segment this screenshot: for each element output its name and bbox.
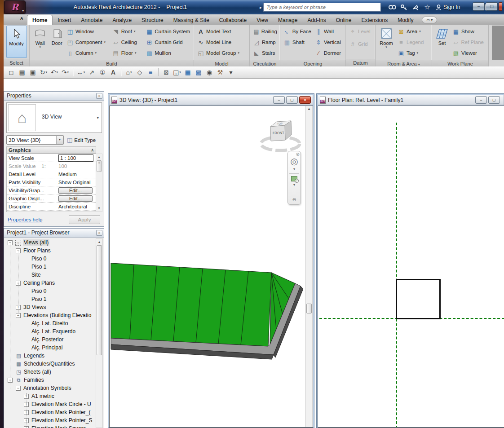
ribbon-display-toggle[interactable]: ▭ ▾: [422, 17, 437, 23]
text-icon[interactable]: A: [108, 67, 118, 77]
tree-item-piso0[interactable]: Piso 0: [5, 255, 95, 263]
modify-button[interactable]: Modify: [6, 26, 27, 58]
search-binoculars-icon[interactable]: [387, 2, 397, 12]
tab-extensions[interactable]: Extensions: [356, 15, 393, 25]
opening-wall-button[interactable]: ∥Wall: [314, 26, 342, 37]
navbar-collapse-icon[interactable]: ⊖: [292, 197, 296, 203]
favorites-star-icon[interactable]: ☆: [422, 2, 432, 12]
view3d-title-bar[interactable]: RVT 3D View: {3D} - Project1 – ▢ ×: [109, 95, 313, 105]
aligned-dimension-icon[interactable]: ↗: [87, 67, 97, 77]
minimize-button[interactable]: –: [473, 2, 485, 11]
tree-item-ceiling-plans[interactable]: −Ceiling Plans: [5, 279, 95, 287]
properties-help-link[interactable]: Properties help: [8, 217, 42, 222]
mullion-button[interactable]: ▥Mullion: [145, 48, 192, 58]
new-icon[interactable]: ◻: [6, 67, 16, 77]
properties-close-icon[interactable]: ×: [96, 93, 102, 99]
communication-center-icon[interactable]: [411, 2, 420, 12]
search-expand-icon[interactable]: ▸: [260, 5, 262, 10]
close-button[interactable]: [499, 2, 502, 11]
floor-button[interactable]: ▤Floor▾: [111, 48, 144, 58]
tree-item-site[interactable]: Site: [5, 271, 95, 279]
redo-icon[interactable]: ↷▾: [60, 67, 70, 77]
synchronize-icon[interactable]: ↻▾: [39, 67, 49, 77]
view3d-close-button[interactable]: ×: [299, 96, 311, 104]
view3d-canvas[interactable]: TOP FRONT ⊗ ◎ ▾ ▾ ⊖ ▲: [109, 106, 313, 428]
viewer-button[interactable]: ▧Viewer: [451, 48, 485, 58]
maximize-button[interactable]: ▢: [486, 2, 498, 11]
open-icon[interactable]: ▤: [17, 67, 27, 77]
default-3d-view-icon[interactable]: ⌂▾: [124, 67, 134, 77]
view3d-maximize-button[interactable]: ▢: [286, 96, 298, 104]
scrollbar-thumb[interactable]: [97, 245, 102, 355]
help-search-input[interactable]: [263, 3, 381, 12]
properties-scrollbar[interactable]: ▲ ≡ ▼: [96, 154, 102, 212]
column-button[interactable]: ▯Column▾: [65, 48, 110, 58]
scroll-up-icon[interactable]: ▲: [305, 106, 313, 113]
thin-lines-icon[interactable]: ≡: [146, 67, 155, 77]
view-instance-combo[interactable]: 3D View: {3D} ▾: [6, 135, 64, 145]
tab-modify[interactable]: Modify: [393, 15, 418, 25]
component-button[interactable]: ◰Component▾: [65, 37, 110, 48]
view3d-minimize-button[interactable]: –: [273, 96, 285, 104]
combo-caret-icon[interactable]: ▾: [56, 136, 63, 144]
stairs-button[interactable]: ◣Stairs: [252, 48, 279, 58]
scroll-down-icon[interactable]: ▼: [96, 205, 102, 212]
window-button[interactable]: ◫Window: [65, 26, 110, 37]
tab-analyze[interactable]: Analyze: [107, 15, 137, 25]
roof-button[interactable]: ◥Roof▾: [111, 26, 144, 37]
area-button[interactable]: ⊠Area▾: [396, 26, 429, 37]
subscription-key-icon[interactable]: [399, 2, 409, 12]
tree-item-elev-mark-circle[interactable]: +Elevation Mark Circle - U: [5, 400, 95, 408]
visibility-graphics-edit-button[interactable]: Edit...: [58, 187, 93, 194]
scrollbar-thumb[interactable]: [306, 304, 312, 313]
floorplan-canvas[interactable]: [318, 106, 504, 428]
type-selector-caret-icon[interactable]: ▾: [97, 115, 99, 120]
apply-button[interactable]: Apply: [69, 215, 100, 224]
show-button[interactable]: ▦Show: [451, 26, 485, 37]
parts-visibility-value[interactable]: Show Original: [57, 180, 96, 185]
tree-item-ceiling-piso1[interactable]: Piso 1: [5, 295, 95, 303]
ramp-button[interactable]: ◿Ramp: [252, 37, 279, 48]
tab-insert[interactable]: Insert: [53, 15, 76, 25]
tree-item-ceiling-piso0[interactable]: Piso 0: [5, 287, 95, 295]
steering-wheel-icon[interactable]: ◎: [290, 157, 298, 166]
zoom-caret-icon[interactable]: ▾: [293, 183, 295, 187]
customize-qat-icon[interactable]: ▾: [226, 67, 236, 77]
opening-shaft-button[interactable]: ▥Shaft: [282, 37, 313, 48]
tag-button[interactable]: ▣Tag▾: [396, 48, 429, 58]
floorplan-minimize-button[interactable]: –: [475, 96, 487, 104]
tab-view[interactable]: View: [252, 15, 273, 25]
scroll-up-icon[interactable]: ▲: [96, 239, 102, 245]
tree-item-families[interactable]: −⧉Families: [5, 376, 95, 384]
tab-structure[interactable]: Structure: [137, 15, 168, 25]
tree-item-alc-lat-esquerdo[interactable]: Alç. Lat. Esquerdo: [5, 327, 95, 335]
viewcube[interactable]: TOP FRONT: [258, 115, 303, 154]
scroll-up-icon[interactable]: ▲: [96, 154, 102, 160]
tree-item-legends[interactable]: ▤Legends: [5, 352, 95, 360]
extrusion-sketch-square[interactable]: [396, 279, 441, 319]
floorplan-title-bar[interactable]: RVT Floor Plan: Ref. Level - Family1 – ▢: [318, 95, 504, 105]
legend-button[interactable]: ≡Legend: [396, 37, 429, 48]
collapse-icon[interactable]: −: [16, 386, 21, 391]
tree-item-alc-principal[interactable]: Alç. Principal: [5, 344, 95, 352]
graphic-display-edit-button[interactable]: Edit...: [58, 195, 93, 202]
tab-collaborate[interactable]: Collaborate: [214, 15, 252, 25]
project-browser-close-icon[interactable]: ×: [96, 230, 102, 236]
tag-by-category-icon[interactable]: ①: [97, 67, 107, 77]
save-icon[interactable]: ▣: [28, 67, 38, 77]
wheel-caret-icon[interactable]: ▾: [293, 167, 295, 171]
opening-dormer-button[interactable]: ∕Dormer: [314, 48, 342, 58]
tab-massing-site[interactable]: Massing & Site: [168, 15, 214, 25]
level-button[interactable]: ⌖Level: [348, 26, 373, 37]
door-button[interactable]: Door: [49, 26, 64, 59]
discipline-value[interactable]: Architectural: [57, 204, 96, 209]
switch-windows-icon[interactable]: ◱▾: [172, 67, 182, 77]
graphics-section-header[interactable]: Graphics ∧: [6, 146, 96, 154]
ceiling-button[interactable]: ▱Ceiling: [111, 37, 144, 48]
visibility-graphics-icon[interactable]: ▦: [183, 67, 193, 77]
sign-in-button[interactable]: Sign In ▾: [434, 4, 477, 10]
curtain-system-button[interactable]: ▦Curtain System: [145, 26, 192, 37]
room-button[interactable]: Room ▾: [377, 26, 395, 59]
close-hidden-windows-icon[interactable]: ⊠: [161, 67, 171, 77]
navbar-close-icon[interactable]: ⊗: [296, 152, 300, 157]
